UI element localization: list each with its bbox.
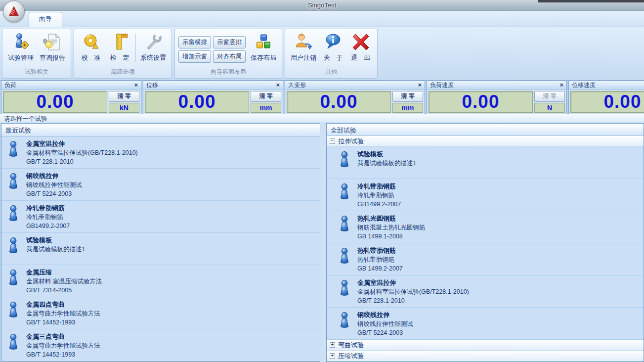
test-standard: GB/T 14452-1993 xyxy=(26,318,100,327)
recent-tests-panel: 最近试验 金属室温拉伸 金属材料室温拉伸试验(GB/T228.1-2010) G… xyxy=(1,123,320,362)
windows-vertical-button[interactable]: 示窗竖排 xyxy=(213,36,246,48)
pawn-icon xyxy=(338,247,351,266)
calibrate-button[interactable]: 校 准 xyxy=(77,31,105,62)
test-list-item[interactable]: 钢绞线拉伸 钢绞线拉伸性能测试 GB/T 5224-2003 xyxy=(327,308,644,340)
app-menu-button[interactable] xyxy=(3,0,25,22)
test-group-row[interactable]: − 拉伸试验 xyxy=(327,136,644,147)
test-title: 金属四点弯曲 xyxy=(26,300,100,309)
test-description: 金属材料 室温压缩试验方法 xyxy=(26,277,102,286)
all-tests-panel: 全部试验 − 拉伸试验 试验模板 我是试验模板的描述1 冷轧带肋钢筋 冷轧带肋钢… xyxy=(326,123,644,362)
gauge-title: 负荷 xyxy=(4,81,16,90)
user-logout-button[interactable]: 用户注销 xyxy=(288,31,319,62)
test-description: 钢绞线拉伸性能测试 xyxy=(26,181,82,189)
gauge-title: 负荷速度 xyxy=(430,81,454,90)
unit-label: mm xyxy=(392,103,423,113)
test-group-label: 弯曲试验 xyxy=(338,341,364,350)
test-standard: GB/T 14452-1993 xyxy=(26,350,100,359)
close-icon[interactable]: × xyxy=(134,82,138,88)
zero-button[interactable]: 清 零 xyxy=(109,91,139,102)
test-list-item[interactable]: 冷轧带肋钢筋 冷轧带肋钢筋 GB1499.2-2007 xyxy=(327,179,644,211)
test-list-item[interactable]: 金属三点弯曲 金属弯曲力学性能试验方法 GB/T 14452-1993 xyxy=(1,329,320,362)
test-description: 钢筋混凝土热轧光圆钢筋 xyxy=(357,223,426,232)
gauge-displacement: 位移 × 0.00 清 零 mm xyxy=(143,81,283,114)
all-tests-header: 全部试验 xyxy=(327,124,644,136)
zero-button[interactable]: 清 零 xyxy=(251,91,281,102)
pawn-icon xyxy=(338,151,351,169)
test-description: 冷轧带肋钢筋 xyxy=(357,191,401,200)
pawn-icon xyxy=(6,140,20,159)
test-description: 金属材料室温拉伸试验(GB/T228.1-2010) xyxy=(26,148,138,157)
tab-wizard[interactable]: 向导 xyxy=(29,12,62,27)
group-caption-other: 其他 xyxy=(285,67,377,78)
query-report-button[interactable]: 查询报告 xyxy=(37,31,68,62)
add-window-button[interactable]: 增加示窗 xyxy=(178,50,211,63)
exit-button[interactable]: 退 出 xyxy=(347,31,375,62)
close-icon[interactable]: × xyxy=(418,82,422,88)
zero-button[interactable]: 清 零 xyxy=(534,91,565,102)
zero-button[interactable]: 清 零 xyxy=(392,91,423,102)
ribbon-group-test-related: 试验管理 查询报告 试验 xyxy=(2,29,71,79)
test-list-item[interactable]: 钢绞线拉伸 钢绞线拉伸性能测试 GB/T 5224-2003 xyxy=(1,169,320,201)
windows-horizontal-button[interactable]: 示窗横排 xyxy=(178,36,211,48)
gauge-value: 0.00 xyxy=(429,91,533,113)
unit-label: N xyxy=(534,103,565,113)
ruler-icon xyxy=(110,33,129,51)
pawn-icon xyxy=(338,183,351,201)
expander-icon[interactable]: + xyxy=(330,353,335,359)
pawn-icon xyxy=(338,215,351,233)
test-description: 金属弯曲力学性能试验方法 xyxy=(26,341,100,350)
system-settings-button[interactable]: 系统设置 xyxy=(137,31,169,62)
test-list-item[interactable]: 金属室温拉伸 金属材料室温拉伸试验(GB/T228.1-2010) GB/T 2… xyxy=(327,275,644,308)
about-button[interactable]: 关 于 xyxy=(319,31,347,62)
test-description: 我是试验模板的描述1 xyxy=(26,245,85,254)
ribbon-group-advanced: 校 准 检 定 xyxy=(74,29,172,79)
test-list-item[interactable]: 金属四点弯曲 金属弯曲力学性能试验方法 GB/T 14452-1993 xyxy=(1,297,320,329)
test-list-item[interactable]: 热轧光圆钢筋 钢筋混凝土热轧光圆钢筋 GB 1499.1-2008 xyxy=(327,211,644,243)
align-layout-button[interactable]: 对齐布局 xyxy=(213,50,246,63)
test-list-item[interactable]: 金属室温拉伸 金属材料室温拉伸试验(GB/T228.1-2010) GB/T 2… xyxy=(1,136,320,169)
tape-measure-icon xyxy=(82,33,100,51)
ribbon-group-layout: 示窗横排 示窗竖排 增加示窗 对齐布局 xyxy=(174,29,282,79)
query-report-icon xyxy=(43,33,62,51)
user-logout-icon xyxy=(294,33,313,51)
test-list-item[interactable]: 试验模板 我是试验模板的描述1 xyxy=(327,147,644,179)
gauge-load-speed: 负荷速度 × 0.00 清 零 N xyxy=(427,81,567,114)
test-description: 金属材料室温拉伸试验(GB/T228.1-2010) xyxy=(357,287,469,296)
test-title: 金属压缩 xyxy=(26,268,102,277)
expander-icon[interactable]: + xyxy=(330,342,335,348)
exit-icon xyxy=(351,33,370,51)
ribbon: 试验管理 查询报告 试验 xyxy=(0,27,644,81)
test-group-row[interactable]: + 压缩试验 xyxy=(327,351,644,362)
ribbon-group-other: 用户注销 关 于 xyxy=(285,29,378,79)
background-window-edge xyxy=(538,0,644,2)
test-list-item[interactable]: 试验模板 我是试验模板的描述1 xyxy=(1,233,320,265)
test-standard: GB1499.2-2007 xyxy=(357,200,401,209)
test-list-item[interactable]: 冷轧带肋钢筋 冷轧带肋钢筋 GB1499.2-2007 xyxy=(1,201,320,233)
test-manager-button[interactable]: 试验管理 xyxy=(5,31,37,62)
test-standard: GB/T 228.1-2010 xyxy=(357,296,469,305)
group-caption-test-related: 试验相关 xyxy=(2,67,71,78)
pawn-icon xyxy=(6,173,20,191)
test-list-item[interactable]: 金属压缩 金属材料 室温压缩试验方法 GB/T 7314-2005 xyxy=(1,265,320,297)
verify-button[interactable]: 检 定 xyxy=(105,31,134,62)
test-title: 钢绞线拉伸 xyxy=(26,171,82,181)
gauge-displacement-speed: 位移速度 × 0.00 清 零 xyxy=(568,81,644,114)
test-title: 金属室温拉伸 xyxy=(357,278,469,287)
ribbon-tab-row: 向导 xyxy=(0,11,644,27)
panel-splitter[interactable] xyxy=(320,123,326,362)
pawn-icon xyxy=(6,237,20,255)
test-standard: GB/T 7314-2005 xyxy=(26,286,102,295)
test-group-row[interactable]: + 弯曲试验 xyxy=(327,340,644,351)
expander-icon[interactable]: − xyxy=(330,138,335,144)
test-title: 试验模板 xyxy=(357,149,416,159)
close-icon[interactable]: × xyxy=(276,82,280,88)
pawn-icon xyxy=(6,301,20,319)
gauge-row: 负荷 × 0.00 清 零 kN 位移 × 0.00 清 零 mm xyxy=(0,81,644,114)
close-icon[interactable]: × xyxy=(559,82,563,88)
pawn-icon xyxy=(6,333,20,352)
test-title: 热轧带肋钢筋 xyxy=(357,246,403,255)
save-layout-button[interactable]: 保存布局 xyxy=(248,31,279,62)
group-caption-layout: 向导界面布局 xyxy=(175,67,282,78)
test-list-item[interactable]: 热轧带肋钢筋 热轧带肋钢筋 GB 1499.2-2007 xyxy=(327,243,644,275)
test-title: 冷轧带肋钢筋 xyxy=(357,181,401,191)
